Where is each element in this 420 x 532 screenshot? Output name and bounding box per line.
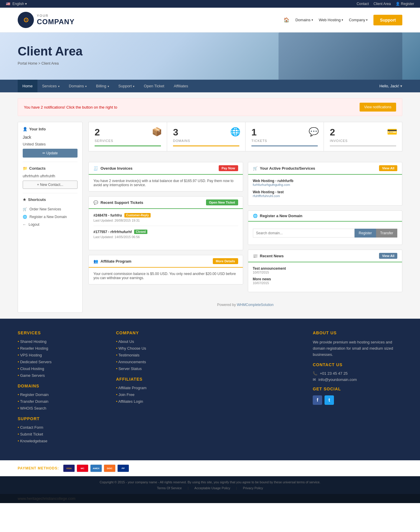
left-panels: 🧾 Overdue Invoices Pay Now You have 2 ov… [88, 162, 243, 292]
domain-search-input[interactable] [253, 229, 355, 238]
overdue-invoices-panel: 🧾 Overdue Invoices Pay Now You have 2 ov… [88, 162, 243, 191]
invoices-icon: 💳 [387, 127, 397, 137]
tickets-bar [251, 145, 318, 146]
active-services-body: Web Hosting - ruhhfurfb furhfurhurhguthg… [248, 175, 402, 205]
footer-contact-title: CONTACT US [313, 362, 402, 367]
client-nav-left: Home Services Domains Billing Support Op… [18, 80, 193, 92]
footer-phone: 📞 +01 23 45 47 25 [313, 371, 402, 376]
ticket-badge-1: Customer-Reply [124, 213, 151, 217]
twitter-icon[interactable]: t [325, 395, 334, 405]
invoices-bar [330, 145, 396, 146]
stat-invoices: 💳 2 INVOICES [324, 122, 402, 151]
shortcuts-title: ★ Shortcuts [23, 197, 78, 202]
client-nav-home[interactable]: Home [18, 80, 37, 92]
contacts-title: 📁 Contacts [23, 166, 78, 171]
service-item-2: Web Hosting - test rfuhffhrfuhruhl.com [253, 190, 398, 198]
affiliate-header: 👥 Affiliate Program More Details [89, 255, 243, 268]
footer-services-title: SERVICES [18, 330, 107, 335]
user-name: Jack [23, 135, 78, 140]
footer-about-title: ABOUT US [313, 330, 402, 335]
active-services-header: 🛒 Your Active Products/Services View All [248, 162, 402, 175]
breadcrumb-current: Client Area [41, 61, 59, 66]
register-domain-title: 🌐 Register a New Domain [253, 214, 303, 218]
footer-bottom: Copyright © 2015 - your company name - A… [0, 476, 420, 494]
footer-list-item: Server Status [116, 366, 206, 371]
client-nav-support[interactable]: Support [114, 80, 139, 92]
footer-list-item: Cloud Hosting [18, 366, 107, 371]
powered-by: Powered by WHMCompleteSolution [88, 297, 402, 313]
client-nav-domains[interactable]: Domains [64, 80, 91, 92]
footer-support-list: Contact Form Submit Ticket Knowledgebase [18, 425, 107, 443]
tickets-title: 💬 Recent Support Tickets [93, 200, 143, 205]
domain-register-button[interactable]: Register [355, 229, 376, 238]
client-nav-affiliates[interactable]: Affiliates [169, 80, 193, 92]
client-nav-open-ticket[interactable]: Open Ticket [139, 80, 169, 92]
nav-web-hosting[interactable]: Web Hosting [319, 18, 343, 22]
footer-about: ABOUT US We provide premium web hosting … [313, 330, 402, 446]
contact-link[interactable]: Contact [357, 2, 369, 6]
ticket-badge-2: Closed [134, 230, 147, 234]
header: ⊙ YOUR COMPANY 🏠 Domains Web Hosting Com… [0, 8, 420, 32]
breadcrumb-home[interactable]: Portal Home [18, 61, 37, 66]
footer-list-item: Announcements [116, 360, 206, 364]
invoices-count: 2 [330, 127, 396, 138]
acceptable-policy-link[interactable]: Acceptable Usage Policy [195, 486, 230, 490]
top-bar: 🇺🇸 English ▾ Contact Client Area 👤 Regis… [0, 0, 420, 8]
client-nav-user[interactable]: Hello, Jack! ▾ [379, 84, 402, 88]
client-nav-services[interactable]: Services [37, 80, 64, 92]
ticket-item-2: #177557 - rfrfrfrhufurhf Closed Last Upd… [93, 230, 238, 242]
stats-row: 📦 2 SERVICES 🌐 3 DOMAINS 💬 1 TICKETS [88, 122, 402, 151]
nav-domains[interactable]: Domains [295, 18, 313, 22]
service-item-1: Web Hosting - ruhhfurfb furhfurhurhguthg… [253, 179, 398, 186]
footer-list-item: Why Choose Us [116, 346, 206, 351]
footer-list-item: Dedicated Servers [18, 360, 107, 364]
invoices-label: INVOICES [330, 139, 396, 143]
update-button[interactable]: ✏ Update [23, 149, 78, 158]
paypal-card: PP [117, 464, 129, 472]
shortcut-register-domain[interactable]: 🌐 Register a New Domain [23, 213, 78, 221]
footer-list-item: Register Domain [18, 392, 107, 397]
facebook-icon[interactable]: f [313, 395, 322, 405]
domain-transfer-button[interactable]: Transfer [376, 229, 397, 238]
nav-company[interactable]: Company [349, 18, 368, 22]
open-new-ticket-button[interactable]: Open New Ticket [206, 199, 238, 205]
footer-company-title: COMPANY [116, 330, 206, 335]
whmcs-link[interactable]: WHMCompleteSolution [237, 303, 274, 307]
footer-links: Terms Of Service | Acceptable Usage Poli… [157, 486, 263, 490]
right-content: 📦 2 SERVICES 🌐 3 DOMAINS 💬 1 TICKETS [88, 122, 402, 313]
stat-domains: 🌐 3 DOMAINS [167, 122, 246, 151]
discover-card: DISC [104, 464, 116, 472]
privacy-policy-link[interactable]: Privacy Policy [243, 486, 263, 490]
footer-company: COMPANY About Us Why Choose Us Testimoni… [116, 330, 206, 446]
pay-now-button[interactable]: Pay Now [219, 165, 238, 171]
client-area-link[interactable]: Client Area [373, 2, 391, 6]
visa-card: VISA [63, 464, 75, 472]
affiliate-body: Your current commission balance is $5.00… [89, 268, 243, 284]
right-panels: 🛒 Your Active Products/Services View All… [248, 162, 403, 292]
news-item-2: More news 10/07/2015 [253, 277, 398, 285]
register-link[interactable]: 👤 Register [396, 2, 414, 6]
footer: SERVICES Shared Hosting Reseller Hosting… [0, 319, 420, 460]
tickets-body: #248478 - furhfru Customer-Reply Last Up… [89, 209, 243, 250]
shortcut-logout[interactable]: ← Logout [23, 221, 78, 228]
footer-list-item: Shared Hosting [18, 339, 107, 344]
support-button[interactable]: Support [373, 15, 402, 25]
more-details-button[interactable]: More Details [213, 258, 238, 264]
footer-services: SERVICES Shared Hosting Reseller Hosting… [18, 330, 107, 446]
amex-card: AMEX [90, 464, 102, 472]
view-all-news-button[interactable]: View All [379, 253, 397, 259]
logo[interactable]: ⊙ YOUR COMPANY [18, 12, 75, 28]
new-contact-button[interactable]: + New Contact... [23, 181, 78, 189]
view-notifications-button[interactable]: View notifications [360, 103, 396, 112]
footer-list-item: Submit Ticket [18, 432, 107, 436]
services-icon: 📦 [152, 127, 162, 137]
nav-home[interactable]: 🏠 [284, 17, 289, 23]
client-nav-billing[interactable]: Billing [91, 80, 114, 92]
terms-link[interactable]: Terms Of Service [157, 486, 182, 490]
recent-tickets-panel: 💬 Recent Support Tickets Open New Ticket… [88, 196, 243, 250]
footer-list-item: Affiliates Login [116, 399, 206, 404]
view-all-services-button[interactable]: View All [379, 165, 397, 171]
shortcut-order-services[interactable]: 🛒 Order New Services [23, 205, 78, 213]
payment-section: PAYMENT METHODS: VISA MC AMEX DISC PP [0, 460, 420, 476]
language-selector[interactable]: 🇺🇸 English ▾ [6, 2, 27, 6]
